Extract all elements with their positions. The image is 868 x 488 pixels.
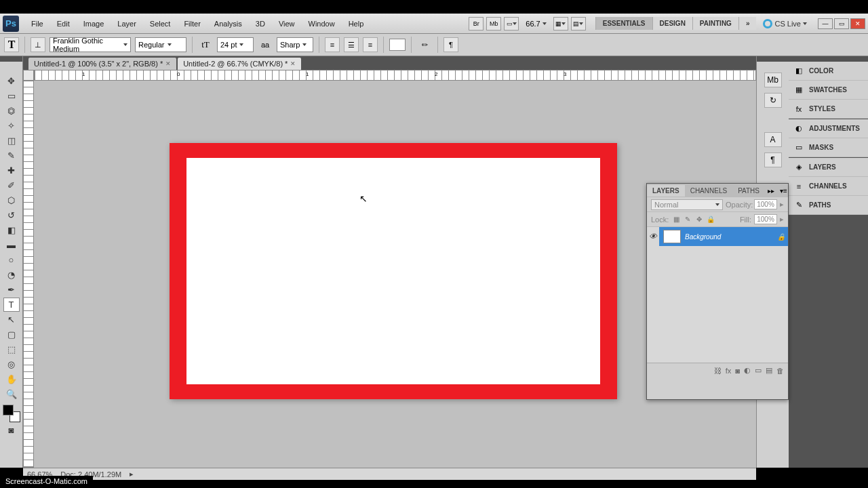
marquee-tool-icon[interactable]: ▭	[3, 89, 20, 103]
toolbox-handle[interactable]	[0, 56, 22, 62]
warp-text-icon[interactable]: ✏	[417, 37, 432, 52]
font-family-dropdown[interactable]: Franklin Gothic Medium	[50, 37, 131, 52]
shape-tool-icon[interactable]: ▢	[3, 327, 20, 342]
align-center-icon[interactable]: ☰	[344, 37, 359, 52]
menu-layer[interactable]: Layer	[111, 17, 143, 30]
horizontal-ruler[interactable]: 1 0 1 2 3	[34, 70, 756, 81]
close-button[interactable]: ✕	[850, 18, 865, 29]
minimize-button[interactable]: —	[818, 18, 833, 29]
panel-adjustments[interactable]: ◐ADJUSTMENTS	[789, 119, 868, 138]
menu-edit[interactable]: Edit	[50, 17, 77, 30]
chevron-icon[interactable]: ▸	[780, 215, 784, 224]
maximize-button[interactable]: ▭	[834, 18, 849, 29]
wand-tool-icon[interactable]: ✧	[3, 119, 20, 133]
history-icon[interactable]: ↻	[764, 93, 782, 108]
extras-icon[interactable]: ▤	[571, 17, 586, 30]
new-layer-icon[interactable]: ▤	[766, 366, 772, 375]
quickmask-icon[interactable]: ◙	[3, 423, 20, 437]
trash-icon[interactable]: 🗑	[776, 367, 784, 375]
chevron-icon[interactable]: ▸	[780, 200, 784, 209]
cslive-button[interactable]: CS Live	[759, 19, 811, 28]
fg-bg-swatch[interactable]	[3, 405, 20, 422]
zoom-display[interactable]: 66.7	[521, 20, 550, 28]
pen-tool-icon[interactable]: ✒	[3, 283, 20, 297]
menu-help[interactable]: Help	[342, 17, 371, 30]
panel-swatches[interactable]: ▦SWATCHES	[789, 81, 868, 100]
close-tab-icon[interactable]: ✕	[165, 60, 171, 67]
align-right-icon[interactable]: ≡	[363, 37, 378, 52]
panel-handle[interactable]	[789, 56, 868, 62]
chevron-icon[interactable]: ▸	[130, 470, 134, 479]
align-left-icon[interactable]: ≡	[325, 37, 340, 52]
tool-indicator-type[interactable]: T	[4, 37, 19, 52]
blur-tool-icon[interactable]: ○	[3, 253, 20, 267]
crop-tool-icon[interactable]: ◫	[3, 134, 20, 148]
minibr-icon[interactable]: Mb	[486, 17, 501, 30]
text-color-swatch[interactable]	[389, 39, 406, 51]
hand-tool-icon[interactable]: ✋	[3, 372, 20, 386]
panel-layers[interactable]: ◈LAYERS	[789, 158, 868, 177]
panel-color[interactable]: ◧COLOR	[789, 62, 868, 81]
layer-row[interactable]: 👁 Background 🔒	[647, 227, 788, 246]
mask-icon[interactable]: ◙	[735, 367, 740, 375]
ws-design[interactable]: DESIGN	[652, 17, 692, 30]
layer-name[interactable]: Background	[685, 233, 773, 241]
menu-select[interactable]: Select	[143, 17, 178, 30]
panel-paths[interactable]: ✎PATHS	[789, 196, 868, 215]
visibility-icon[interactable]: 👁	[647, 227, 659, 246]
link-icon[interactable]: ⛓	[714, 367, 722, 375]
eraser-tool-icon[interactable]: ◧	[3, 223, 20, 237]
app-logo[interactable]: Ps	[3, 16, 19, 32]
menu-window[interactable]: Window	[302, 17, 342, 30]
panel-styles[interactable]: fxSTYLES	[789, 100, 868, 119]
minibr-icon[interactable]: Mb	[764, 73, 782, 87]
3d-tool-icon[interactable]: ⬚	[3, 342, 20, 357]
menu-analysis[interactable]: Analysis	[208, 17, 249, 30]
layers-list[interactable]: 👁 Background 🔒	[647, 227, 788, 363]
strip-handle[interactable]	[757, 56, 789, 62]
screenmode-icon[interactable]: ▭	[504, 17, 519, 30]
document-canvas[interactable]: ↖	[170, 143, 617, 399]
character-icon[interactable]: A	[764, 132, 782, 147]
menu-3d[interactable]: 3D	[249, 17, 272, 30]
menu-view[interactable]: View	[272, 17, 302, 30]
group-icon[interactable]: ▭	[755, 366, 762, 375]
arrange-icon[interactable]: ▦	[553, 17, 568, 30]
opacity-input[interactable]: 100%	[754, 199, 777, 209]
blend-mode-dropdown[interactable]: Normal	[651, 199, 723, 210]
stamp-tool-icon[interactable]: ⬡	[3, 193, 20, 207]
vertical-ruler[interactable]	[23, 81, 34, 468]
antialias-dropdown[interactable]: Sharp	[277, 37, 313, 52]
bridge-icon[interactable]: Br	[469, 17, 484, 30]
menu-filter[interactable]: Filter	[177, 17, 207, 30]
brush-tool-icon[interactable]: ✐	[3, 178, 20, 192]
gradient-tool-icon[interactable]: ▬	[3, 238, 20, 252]
lasso-tool-icon[interactable]: ⏣	[3, 104, 20, 118]
lock-pos-icon[interactable]: ✥	[694, 215, 704, 224]
adjustment-icon[interactable]: ◐	[744, 366, 751, 375]
tab-paths[interactable]: PATHS	[732, 185, 765, 197]
type-tool-icon[interactable]: T	[3, 298, 20, 312]
dodge-tool-icon[interactable]: ◔	[3, 268, 20, 282]
font-weight-dropdown[interactable]: Regular	[135, 37, 186, 52]
ws-painting[interactable]: PAINTING	[692, 17, 738, 30]
tab-layers[interactable]: LAYERS	[647, 185, 685, 197]
collapse-icon[interactable]: ▸▸	[765, 187, 777, 195]
tab-channels[interactable]: CHANNELS	[685, 185, 732, 197]
font-size-dropdown[interactable]: 24 pt	[217, 37, 254, 52]
menu-image[interactable]: Image	[77, 17, 111, 30]
fill-input[interactable]: 100%	[754, 214, 777, 224]
menu-file[interactable]: File	[24, 17, 50, 30]
close-tab-icon[interactable]: ✕	[290, 60, 296, 67]
ws-more[interactable]: »	[738, 17, 757, 30]
history-brush-icon[interactable]: ↺	[3, 208, 20, 222]
lock-all-icon[interactable]: 🔒	[706, 215, 715, 224]
panel-menu-icon[interactable]: ▾≡	[777, 187, 790, 195]
lock-trans-icon[interactable]: ▦	[671, 215, 681, 224]
panel-masks[interactable]: ▭MASKS	[789, 138, 868, 157]
eyedropper-tool-icon[interactable]: ✎	[3, 148, 20, 163]
move-tool-icon[interactable]: ✥	[3, 74, 20, 88]
heal-tool-icon[interactable]: ✚	[3, 163, 20, 178]
char-panel-icon[interactable]: ¶	[443, 37, 458, 52]
ws-essentials[interactable]: ESSENTIALS	[595, 17, 652, 30]
